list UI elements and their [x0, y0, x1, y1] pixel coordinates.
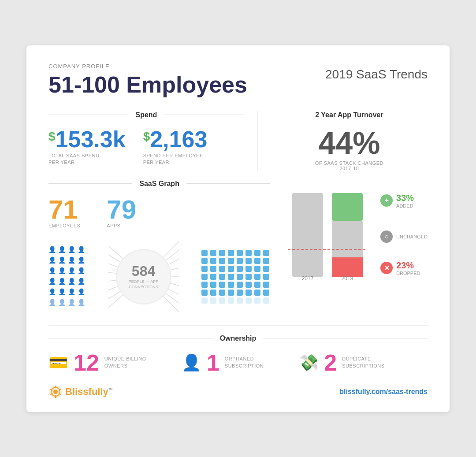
app-icon [210, 290, 216, 296]
app-icon [210, 250, 216, 256]
divider-line-left [48, 115, 129, 115]
bar-unchanged [332, 221, 363, 257]
dollar-sign-1: $ [48, 130, 56, 143]
app-icon [263, 266, 269, 272]
app-icon [254, 274, 260, 280]
apps-value: 79 [107, 197, 136, 223]
ownership-metrics: 💳 12 UNIQUE BILLINGOWNERS 👤 1 ORPHANEDSU… [48, 351, 428, 374]
app-icon [210, 282, 216, 288]
ownership-line-right [263, 338, 428, 338]
bar-chart-visual: 2017 2018 [288, 184, 367, 283]
app-icon-faded [201, 297, 208, 304]
app-icon [219, 258, 225, 264]
per-employee-num: 2,163 [150, 126, 207, 152]
app-icon [245, 290, 252, 296]
person-icon-faded: 👤 [58, 299, 65, 308]
spend-section: Spend $153.3k TOTAL SAAS SPENDPER YEAR $… [48, 111, 258, 171]
connections-label: PEOPLE ↔ APPCONNECTIONS [129, 279, 159, 290]
app-icon [237, 274, 243, 280]
app-icon [254, 282, 260, 288]
logo-tm: ™ [108, 387, 113, 392]
app-icon [237, 258, 243, 264]
added-label: ADDED [396, 203, 414, 208]
app-icon [237, 282, 243, 288]
spend-label: Spend [129, 111, 164, 119]
app-icon [210, 274, 216, 280]
app-icon [219, 274, 225, 280]
billing-owners-item: 💳 12 UNIQUE BILLINGOWNERS [48, 351, 146, 374]
app-icon [201, 250, 208, 256]
graph-row: SaaS Graph 71 EMPLOYEES 79 APPS 👤 👤 [48, 180, 428, 316]
app-icon-faded [245, 297, 252, 304]
chart-and-legend: 2017 2018 + 33% ADDED ○ [288, 184, 428, 283]
employees-value: 71 [48, 197, 80, 223]
turnover-label-header: 2 Year App Turnover [308, 111, 390, 119]
app-icon [228, 274, 234, 280]
ownership-line-left [48, 338, 213, 338]
app-icon-faded [254, 297, 260, 304]
bar-dropped [332, 257, 363, 277]
app-icon [219, 282, 225, 288]
legend-unchanged: ○ UNCHANGED [380, 230, 428, 243]
person-icon: 👤 [68, 256, 75, 265]
app-icon [219, 250, 225, 256]
app-icon [201, 290, 208, 296]
app-icons [201, 250, 270, 304]
total-spend-value: $153.3k [48, 128, 126, 151]
svg-point-19 [53, 390, 58, 394]
app-icon-faded [237, 297, 243, 304]
bar-chart-svg: 2017 2018 [288, 184, 367, 281]
people-icons: 👤 👤 👤 👤 👤 👤 👤 👤 👤 👤 👤 👤 👤 👤 👤 👤 [48, 246, 86, 308]
legend-added: + 33% ADDED [380, 193, 428, 208]
total-spend-num: 153.3k [56, 126, 126, 152]
app-icon-faded [210, 297, 216, 304]
employees-stat: 71 EMPLOYEES [48, 197, 80, 228]
dropped-text: 23% DROPPED [396, 260, 420, 276]
bar-added [332, 193, 363, 221]
bar-2017 [292, 193, 323, 277]
person-icon: 👤 [48, 288, 56, 297]
person-icon: 👤 [68, 288, 75, 297]
bar-chart-section: 2017 2018 + 33% ADDED ○ [279, 180, 428, 316]
credit-card-icon: 💳 [48, 353, 68, 372]
app-icon [245, 282, 252, 288]
turnover-percent-block: 44 % [318, 128, 380, 159]
app-icon [201, 266, 208, 272]
graph-line-right [186, 183, 270, 184]
main-card: COMPANY PROFILE 51-100 Employees 2019 Sa… [26, 45, 450, 412]
dropped-icon: ✕ [380, 262, 393, 274]
per-employee-block: $2,163 SPEND PER EMPLOYEEPER YEAR [143, 128, 208, 166]
person-icon: 👤 [78, 288, 85, 297]
year-2017-label: 2017 [302, 275, 314, 281]
app-icon-faded [228, 297, 234, 304]
added-text: 33% ADDED [396, 193, 414, 208]
app-icon [228, 258, 234, 264]
connection-visual: 👤 👤 👤 👤 👤 👤 👤 👤 👤 👤 👤 👤 👤 👤 👤 👤 [48, 237, 270, 316]
company-info: COMPANY PROFILE 51-100 Employees [48, 63, 247, 98]
person-icon-faded: 👤 [78, 299, 85, 308]
unchanged-label: UNCHANGED [396, 234, 428, 239]
divider-line-right [164, 115, 244, 115]
footer-website: blissfully.com/saas-trends [339, 388, 428, 396]
logo-svg-icon [48, 385, 63, 399]
app-icon-faded [219, 297, 225, 304]
person-icon: 👤 [78, 246, 85, 255]
blissfully-logo: Blissfully™ [48, 385, 113, 399]
legend-dropped: ✕ 23% DROPPED [380, 260, 428, 276]
orphaned-num: 1 [207, 351, 219, 374]
app-icon [219, 290, 225, 296]
app-icon [245, 258, 252, 264]
employees-title: 51-100 Employees [48, 71, 247, 98]
app-icon [254, 266, 260, 272]
saas-graph-section: SaaS Graph 71 EMPLOYEES 79 APPS 👤 👤 [48, 180, 279, 316]
employees-label: EMPLOYEES [48, 223, 80, 228]
per-employee-value: $2,163 [143, 128, 208, 151]
app-icon [201, 258, 208, 264]
app-icon [254, 250, 260, 256]
app-icon [237, 250, 243, 256]
ownership-label: Ownership [213, 334, 264, 342]
connector-area: 584 PEOPLE ↔ APPCONNECTIONS [86, 237, 201, 316]
person-icon: 👤 [58, 288, 65, 297]
total-spend-block: $153.3k TOTAL SAAS SPENDPER YEAR [48, 128, 126, 166]
app-icon [254, 258, 260, 264]
